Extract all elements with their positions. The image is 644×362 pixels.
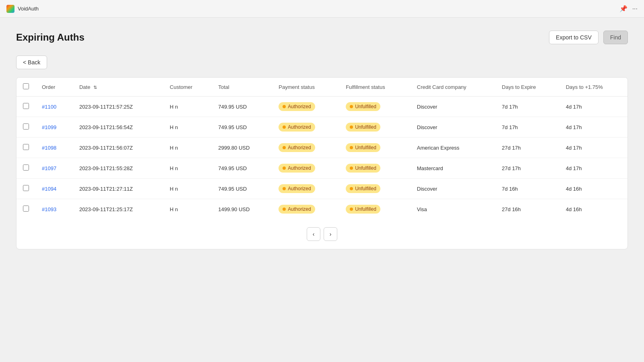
row-fulfillment-status: Unfulfilled [339, 97, 411, 117]
row-order: #1093 [35, 199, 73, 220]
col-days-175: Days to +1.75% [559, 78, 627, 97]
row-credit-card: American Express [411, 138, 495, 158]
payment-status-dot [283, 146, 286, 149]
payment-status-badge: Authorized [279, 143, 315, 152]
order-link-5[interactable]: #1093 [42, 206, 56, 212]
col-payment-status: Payment status [272, 78, 339, 97]
row-fulfillment-status: Unfulfilled [339, 117, 411, 138]
prev-page-button[interactable]: ‹ [307, 227, 320, 241]
row-customer: H n [163, 179, 212, 199]
payment-status-dot [283, 167, 286, 170]
table-row: #1098 2023-09-11T21:56:07Z H n 2999.80 U… [17, 138, 627, 158]
row-payment-status: Authorized [272, 199, 339, 220]
row-checkbox-3[interactable] [23, 165, 29, 171]
row-checkbox-0[interactable] [23, 103, 29, 109]
fulfillment-status-dot [350, 167, 353, 170]
select-all-header [17, 78, 35, 97]
titlebar-right: 📌 ··· [619, 5, 638, 12]
orders-table: Order Date ⇅ Customer Total Payment stat… [17, 78, 627, 219]
row-fulfillment-status: Unfulfilled [339, 138, 411, 158]
fulfillment-status-dot [350, 208, 353, 211]
order-link-2[interactable]: #1098 [42, 145, 56, 151]
main-content: Expiring Auths Export to CSV Find < Back… [0, 18, 644, 262]
fulfillment-status-badge: Unfulfilled [346, 205, 380, 214]
row-days-expire: 7d 17h [495, 97, 559, 117]
back-button[interactable]: < Back [16, 56, 47, 69]
row-date: 2023-09-11T21:56:54Z [73, 117, 163, 138]
row-days-expire: 7d 17h [495, 117, 559, 138]
pin-icon[interactable]: 📌 [619, 5, 627, 12]
col-date[interactable]: Date ⇅ [73, 78, 163, 97]
payment-status-badge: Authorized [279, 102, 315, 111]
page-title: Expiring Auths [16, 32, 85, 43]
orders-table-container: Order Date ⇅ Customer Total Payment stat… [16, 77, 628, 249]
row-customer: H n [163, 138, 212, 158]
row-customer: H n [163, 97, 212, 117]
payment-status-dot [283, 125, 286, 129]
row-credit-card: Discover [411, 97, 495, 117]
header-actions: Export to CSV Find [549, 31, 628, 44]
payment-status-badge: Authorized [279, 184, 315, 193]
row-checkbox-cell [17, 97, 35, 117]
row-checkbox-5[interactable] [23, 206, 29, 212]
table-row: #1094 2023-09-11T21:27:11Z H n 749.95 US… [17, 179, 627, 199]
row-checkbox-cell [17, 199, 35, 220]
row-days-175: 4d 17h [559, 158, 627, 179]
row-days-expire: 7d 16h [495, 179, 559, 199]
row-fulfillment-status: Unfulfilled [339, 199, 411, 220]
fulfillment-status-dot [350, 125, 353, 129]
table-row: #1100 2023-09-11T21:57:25Z H n 749.95 US… [17, 97, 627, 117]
fulfillment-status-dot [350, 187, 353, 190]
page-header: Expiring Auths Export to CSV Find [16, 31, 628, 44]
row-days-expire: 27d 17h [495, 158, 559, 179]
row-fulfillment-status: Unfulfilled [339, 158, 411, 179]
fulfillment-status-dot [350, 105, 353, 108]
row-payment-status: Authorized [272, 179, 339, 199]
row-checkbox-1[interactable] [23, 123, 29, 130]
order-link-1[interactable]: #1099 [42, 124, 56, 130]
more-icon[interactable]: ··· [632, 5, 638, 12]
row-checkbox-cell [17, 179, 35, 199]
payment-status-dot [283, 208, 286, 211]
fulfillment-status-badge: Unfulfilled [346, 123, 380, 132]
row-days-expire: 27d 16h [495, 199, 559, 220]
row-checkbox-4[interactable] [23, 185, 29, 191]
order-link-4[interactable]: #1094 [42, 186, 56, 192]
payment-status-badge: Authorized [279, 205, 315, 214]
row-fulfillment-status: Unfulfilled [339, 179, 411, 199]
app-icon [6, 5, 14, 13]
titlebar-left: VoidAuth [6, 5, 39, 13]
row-checkbox-cell [17, 117, 35, 138]
order-link-0[interactable]: #1100 [42, 104, 56, 110]
row-credit-card: Mastercard [411, 158, 495, 179]
row-date: 2023-09-11T21:55:28Z [73, 158, 163, 179]
table-row: #1093 2023-09-11T21:25:17Z H n 1499.90 U… [17, 199, 627, 220]
row-order: #1100 [35, 97, 73, 117]
row-payment-status: Authorized [272, 158, 339, 179]
table-row: #1099 2023-09-11T21:56:54Z H n 749.95 US… [17, 117, 627, 138]
titlebar: VoidAuth 📌 ··· [0, 0, 644, 18]
row-checkbox-2[interactable] [23, 144, 29, 150]
row-days-175: 4d 17h [559, 138, 627, 158]
row-days-175: 4d 17h [559, 97, 627, 117]
row-order: #1094 [35, 179, 73, 199]
fulfillment-status-badge: Unfulfilled [346, 164, 380, 173]
row-order: #1098 [35, 138, 73, 158]
order-link-3[interactable]: #1097 [42, 165, 56, 171]
export-csv-button[interactable]: Export to CSV [549, 31, 599, 44]
select-all-checkbox[interactable] [23, 83, 29, 89]
payment-status-dot [283, 187, 286, 190]
sort-icon: ⇅ [93, 85, 97, 90]
row-credit-card: Discover [411, 117, 495, 138]
row-total: 749.95 USD [212, 97, 272, 117]
next-page-button[interactable]: › [324, 227, 337, 241]
col-order: Order [35, 78, 73, 97]
row-days-expire: 27d 17h [495, 138, 559, 158]
fulfillment-status-badge: Unfulfilled [346, 184, 380, 193]
fulfillment-status-badge: Unfulfilled [346, 143, 380, 152]
row-total: 2999.80 USD [212, 138, 272, 158]
row-date: 2023-09-11T21:57:25Z [73, 97, 163, 117]
col-total: Total [212, 78, 272, 97]
row-days-175: 4d 16h [559, 179, 627, 199]
find-button[interactable]: Find [603, 31, 628, 44]
